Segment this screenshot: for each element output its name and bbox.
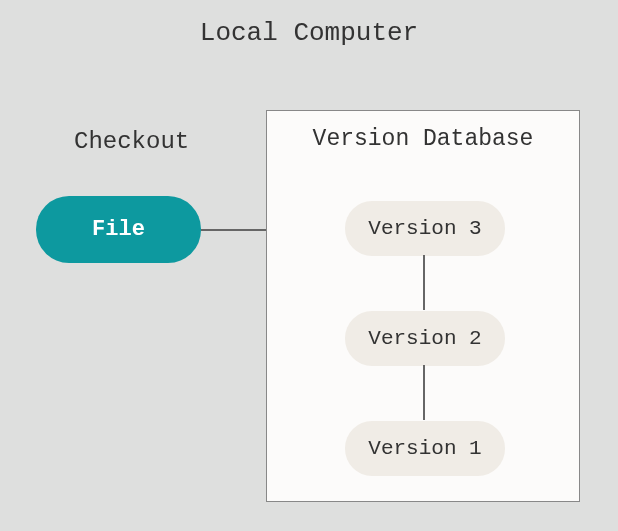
connector-version2-to-version1 bbox=[423, 365, 425, 420]
connector-version3-to-version2 bbox=[423, 255, 425, 310]
version-node-2: Version 2 bbox=[345, 311, 505, 366]
file-node-label: File bbox=[92, 217, 145, 242]
version-node-label: Version 3 bbox=[368, 217, 481, 240]
version-node-label: Version 2 bbox=[368, 327, 481, 350]
diagram-title: Local Computer bbox=[0, 18, 618, 48]
file-node: File bbox=[36, 196, 201, 263]
checkout-label: Checkout bbox=[74, 128, 189, 155]
version-node-label: Version 1 bbox=[368, 437, 481, 460]
version-database-label: Version Database bbox=[267, 126, 579, 152]
version-node-1: Version 1 bbox=[345, 421, 505, 476]
version-node-3: Version 3 bbox=[345, 201, 505, 256]
